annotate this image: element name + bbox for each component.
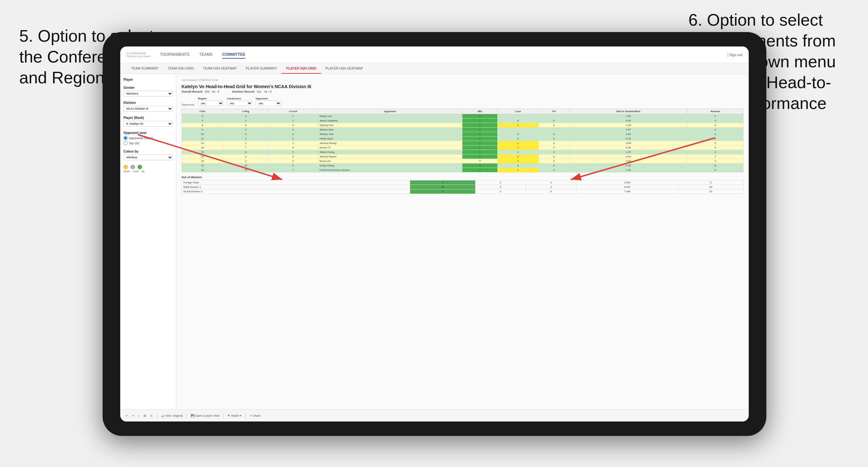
toolbar-reset[interactable]: ⎌ <box>138 414 140 417</box>
subnav-team-summary[interactable]: TEAM SUMMARY <box>127 63 163 74</box>
toolbar-view-original[interactable]: 📊 View: Original <box>161 414 183 417</box>
table-cell <box>498 114 539 119</box>
toolbar-save-custom[interactable]: 💾 Save Custom View <box>191 414 219 417</box>
main-table-body: 331Esther Lee11.504522Alexis Sudjianto10… <box>182 114 744 173</box>
tablet-shell: SCOREBOARD Powered by clippd TOURNAMENTS… <box>103 32 766 436</box>
sidebar: Player Gender Women's Division NCAA Divi… <box>120 74 176 422</box>
toolbar-undo[interactable]: ↩ <box>125 414 128 417</box>
toolbar-clock[interactable]: ◷ <box>150 414 153 417</box>
table-cell: 2 <box>223 119 268 123</box>
filter-region-select[interactable]: (All) <box>198 101 223 106</box>
page-title: Katelyn Vo Head-to-Head Grid for Women's… <box>182 84 744 89</box>
main-content: Player Gender Women's Division NCAA Divi… <box>120 74 749 422</box>
table-cell: 2 <box>223 159 268 163</box>
subnav-player-h2h-heatmap[interactable]: PLAYER H2H HEATMAP <box>321 63 368 74</box>
division-record-label: Division Record: <box>232 90 255 93</box>
app-logo: SCOREBOARD Powered by clippd <box>127 52 150 58</box>
nav-teams[interactable]: TEAMS <box>199 51 212 59</box>
table-cell: 1 <box>268 141 318 146</box>
filter-opponent-select[interactable]: (All) <box>255 101 281 106</box>
table-cell: 1 <box>462 155 498 159</box>
table-cell: 2 <box>462 168 498 173</box>
table-cell: 10 <box>223 163 268 168</box>
table-cell: 4.00 <box>569 119 687 123</box>
toolbar-watch[interactable]: 👁 Watch ▾ <box>227 414 242 417</box>
table-row: Foreign Team1004.5002 <box>182 181 744 185</box>
table-cell: 10 <box>678 189 743 194</box>
table-cell: 0 <box>538 141 569 146</box>
records-row: Overall Record: 353 - 34 - 6 Division Re… <box>182 90 744 93</box>
table-cell: 11 <box>223 168 268 173</box>
logo-text: SCOREBOARD <box>127 52 150 55</box>
table-cell: Foreign Team <box>182 181 410 185</box>
table-cell: 7 <box>268 168 318 173</box>
nav-sign-out[interactable]: | Sign out <box>727 53 742 57</box>
toolbar-grid[interactable]: ⊞ <box>144 414 146 417</box>
sidebar-colour-label: Colour by <box>123 150 173 153</box>
toolbar-sep1 <box>156 413 157 418</box>
sidebar-gender-section: Gender Women's <box>123 86 173 96</box>
table-cell: 5 <box>182 119 223 123</box>
sidebar-legend-circles <box>123 165 173 169</box>
subnav-team-h2h-grid[interactable]: TEAM H2H GRID <box>163 63 198 74</box>
table-cell: 4 <box>268 128 318 132</box>
table-cell: 2 <box>462 146 498 150</box>
table-cell: 3 <box>687 119 743 123</box>
app-nav: SCOREBOARD Powered by clippd TOURNAMENTS… <box>120 46 749 63</box>
table-cell: 0 <box>538 168 569 173</box>
legend-level-label: Level <box>132 170 138 173</box>
table-cell: -0.94 <box>569 155 687 159</box>
division-record-value: 331 - 34 - 6 <box>257 90 272 93</box>
filter-conference-label: Conference <box>227 97 252 100</box>
table-cell: 3 <box>223 155 268 159</box>
sidebar-division-section: Division NCAA Division III <box>123 101 173 112</box>
table-cell: 4 <box>462 163 498 168</box>
table-cell: 2 <box>462 132 498 136</box>
table-cell <box>538 128 569 132</box>
table-cell: 1 <box>462 128 498 132</box>
table-cell: 0 <box>538 159 569 163</box>
table-row: 1311Jessica Huang110-3.002 <box>182 141 744 146</box>
nav-tournaments[interactable]: TOURNAMENTS <box>160 51 189 59</box>
toolbar-sep3 <box>223 413 223 418</box>
content-area: Last Updated: 27/03/2024 10:34 Katelyn V… <box>176 74 749 422</box>
sidebar-division-select[interactable]: NCAA Division III <box>123 106 173 112</box>
table-cell: 1 <box>498 123 539 128</box>
table-cell: 3 <box>687 128 743 132</box>
sidebar-radio-opponents-played[interactable]: Opponents Played <box>123 136 173 140</box>
table-cell: 1.50 <box>569 114 687 119</box>
sidebar-player-label: Player <box>123 78 173 82</box>
subnav-team-h2h-heatmap[interactable]: TEAM H2H HEATMAP <box>198 63 242 74</box>
table-cell: 16 <box>182 155 223 159</box>
table-cell: 0 <box>475 185 526 189</box>
nav-committee[interactable]: COMMITTEE <box>222 51 245 59</box>
table-cell <box>498 128 539 132</box>
sidebar-colour-select[interactable]: Win/loss <box>123 155 173 160</box>
table-cell: Andrea York <box>318 132 462 136</box>
table-cell: 13 <box>182 141 223 146</box>
table-cell: 8 <box>223 150 268 155</box>
filter-conference-select[interactable]: (All) <box>227 101 252 106</box>
legend-level-circle <box>130 165 135 169</box>
table-cell: 2 <box>268 159 318 163</box>
table-cell: 1.25 <box>569 150 687 155</box>
sidebar-gender-select[interactable]: Women's <box>123 91 173 96</box>
subnav-player-summary[interactable]: PLAYER SUMMARY <box>242 63 282 74</box>
table-row: 20117Federica Domecq Lacroze2101.336 <box>182 168 744 173</box>
table-cell: 7.400 <box>577 189 678 194</box>
table-cell: Sharon Mun <box>318 128 462 132</box>
out-of-division-table: Foreign Team1004.5002NAIA Division 11500… <box>182 180 744 194</box>
table-cell: 30 <box>678 185 743 189</box>
table-cell: 0 <box>526 185 577 189</box>
toolbar-redo[interactable]: ↪ <box>132 414 134 417</box>
sidebar-colour-section: Colour by Win/loss <box>123 150 173 160</box>
table-cell: 6 <box>687 168 743 173</box>
table-cell: 0 <box>498 119 539 123</box>
toolbar-sep4 <box>245 413 246 418</box>
subnav-player-h2h-grid[interactable]: PLAYER H2H GRID <box>282 63 321 74</box>
table-cell: 0 <box>538 155 569 159</box>
sidebar-player-rank-select[interactable]: 8. Katelyn Vo <box>123 121 173 127</box>
sidebar-radio-top100[interactable]: Top 100 <box>123 141 173 145</box>
toolbar-share[interactable]: ↗ Share <box>249 414 261 417</box>
table-cell: 0 <box>538 150 569 155</box>
